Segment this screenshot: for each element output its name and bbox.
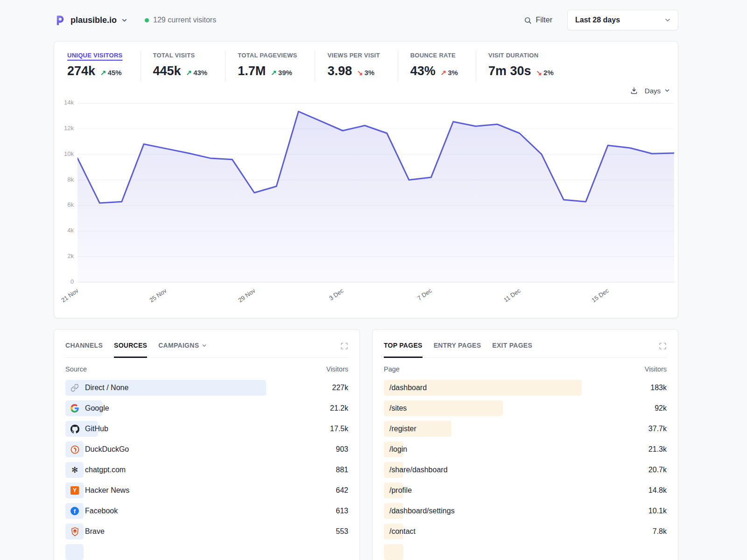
sources-list: Direct / None 227k Google 21.2k GitHub 1…: [65, 378, 348, 560]
stat-total-visits[interactable]: TOTAL VISITS 445k ↗43%: [141, 51, 226, 81]
stat-change: ↗39%: [271, 69, 292, 77]
current-visitors[interactable]: 129 current visitors: [145, 16, 216, 24]
expand-icon[interactable]: [659, 342, 667, 350]
chevron-down-icon: [121, 17, 128, 24]
site-name[interactable]: plausible.io: [70, 15, 117, 25]
trend-down-icon: ↘: [536, 69, 543, 77]
column-page: Page: [384, 365, 400, 373]
search-icon: [524, 16, 532, 24]
pages-list: /dashboard 183k /sites 92k /register 37.…: [384, 378, 667, 560]
pages-column-headers: Page Visitors: [384, 365, 667, 373]
plausible-logo-icon: [54, 14, 66, 27]
filter-label: Filter: [536, 16, 552, 24]
top-header: plausible.io 129 current visitors Filter…: [54, 0, 678, 40]
tab-entry-pages[interactable]: ENTRY PAGES: [434, 342, 481, 350]
source-row-facebook[interactable]: f Facebook 613: [65, 501, 348, 521]
x-axis-tick: 21 Nov: [45, 287, 79, 314]
expand-icon[interactable]: [340, 342, 348, 350]
page-row-share-dashboard[interactable]: /share/dashboard 20.7k: [384, 460, 667, 480]
duckduckgo-icon: [70, 445, 79, 454]
trend-down-icon: ↘: [357, 69, 363, 77]
x-axis-tick: 3 Dec: [310, 287, 345, 314]
page-row-dashboard-settings[interactable]: /dashboard/settings 10.1k: [384, 501, 667, 521]
sources-tabs: CHANNELS SOURCES CAMPAIGNS: [65, 329, 348, 358]
live-dot-icon: [145, 18, 149, 22]
overview-card: UNIQUE VISITORS 274k ↗45% TOTAL VISITS 4…: [54, 41, 678, 318]
stat-change: ↘2%: [536, 69, 554, 77]
column-source: Source: [65, 365, 87, 373]
x-axis-tick: 29 Nov: [222, 287, 256, 314]
link-icon: [70, 383, 79, 392]
source-row-chatgpt[interactable]: ✻ chatgpt.com 881: [65, 460, 348, 480]
source-row-google[interactable]: Google 21.2k: [65, 398, 348, 419]
trend-up-icon: ↗: [100, 69, 106, 77]
y-axis-tick: 8k: [54, 176, 74, 183]
google-icon: [70, 404, 79, 413]
brave-icon: [70, 527, 79, 536]
date-range-dropdown[interactable]: Last 28 days: [567, 10, 678, 30]
trend-up-icon: ↗: [186, 69, 192, 77]
site-switcher[interactable]: plausible.io: [54, 14, 128, 27]
y-axis-tick: 6k: [54, 201, 74, 208]
y-axis-tick: 0: [54, 278, 74, 285]
filter-button[interactable]: Filter: [524, 16, 552, 24]
stat-change: ↗45%: [100, 69, 122, 77]
page-row-sites[interactable]: /sites 92k: [384, 398, 667, 419]
chevron-down-icon: [201, 343, 207, 349]
y-axis-tick: 10k: [54, 150, 74, 157]
page-row-profile[interactable]: /profile 14.8k: [384, 480, 667, 501]
chevron-down-icon: [664, 16, 671, 24]
tab-exit-pages[interactable]: EXIT PAGES: [492, 342, 532, 350]
page-row-dashboard[interactable]: /dashboard 183k: [384, 378, 667, 398]
stat-total-pageviews[interactable]: TOTAL PAGEVIEWS 1.7M ↗39%: [225, 51, 315, 81]
source-row-hackernews[interactable]: Y Hacker News 642: [65, 480, 348, 501]
source-row-github[interactable]: GitHub 17.5k: [65, 419, 348, 439]
visitors-chart[interactable]: [78, 103, 674, 282]
current-visitors-label: 129 current visitors: [153, 16, 216, 24]
y-axis-tick: 4k: [54, 227, 74, 234]
page-row-contact[interactable]: /contact 7.8k: [384, 521, 667, 542]
stat-unique-visitors[interactable]: UNIQUE VISITORS 274k ↗45%: [67, 51, 141, 81]
stat-change: ↘3%: [357, 69, 374, 77]
source-row-partial: [65, 542, 348, 560]
y-axis-tick: 14k: [54, 99, 74, 106]
tab-campaigns[interactable]: CAMPAIGNS: [158, 342, 207, 350]
source-row-direct[interactable]: Direct / None 227k: [65, 378, 348, 398]
stat-visit-duration[interactable]: VISIT DURATION 7m 30s ↘2%: [476, 51, 571, 81]
stat-bounce-rate[interactable]: BOUNCE RATE 43% ↗3%: [398, 51, 476, 81]
page-row-partial: [384, 542, 667, 560]
column-visitors: Visitors: [645, 365, 667, 373]
stat-change: ↗43%: [186, 69, 208, 77]
date-range-value: Last 28 days: [575, 16, 620, 24]
trend-up-icon: ↗: [271, 69, 277, 77]
tab-top-pages[interactable]: TOP PAGES: [384, 342, 423, 350]
x-axis-tick: 7 Dec: [399, 287, 433, 314]
pages-panel: TOP PAGES ENTRY PAGES EXIT PAGES Page Vi…: [372, 329, 678, 560]
tab-sources[interactable]: SOURCES: [114, 342, 147, 350]
github-icon: [70, 424, 79, 434]
page-row-register[interactable]: /register 37.7k: [384, 419, 667, 439]
interval-label: Days: [645, 87, 661, 95]
x-axis-tick: 25 Nov: [134, 287, 168, 314]
chevron-down-icon: [664, 87, 670, 94]
trend-up-icon: ↗: [441, 69, 447, 77]
source-row-duckduckgo[interactable]: DuckDuckGo 903: [65, 439, 348, 460]
interval-dropdown[interactable]: Days: [645, 87, 670, 95]
pages-tabs: TOP PAGES ENTRY PAGES EXIT PAGES: [384, 329, 667, 358]
x-axis-tick: 11 Dec: [487, 287, 521, 314]
column-visitors: Visitors: [326, 365, 348, 373]
facebook-icon: f: [70, 506, 79, 516]
chatgpt-icon: ✻: [70, 465, 79, 475]
source-row-brave[interactable]: Brave 553: [65, 521, 348, 542]
stats-row: UNIQUE VISITORS 274k ↗45% TOTAL VISITS 4…: [54, 42, 678, 81]
download-icon[interactable]: [630, 86, 638, 95]
tab-channels[interactable]: CHANNELS: [65, 342, 103, 350]
y-axis-tick: 12k: [54, 125, 74, 132]
stat-views-per-visit[interactable]: VIEWS PER VISIT 3.98 ↘3%: [315, 51, 397, 81]
sources-panel: CHANNELS SOURCES CAMPAIGNS Source Visito…: [54, 329, 360, 560]
page-row-login[interactable]: /login 21.3k: [384, 439, 667, 460]
x-axis-tick: 15 Dec: [575, 287, 610, 314]
chart-controls: Days: [630, 86, 670, 95]
hackernews-icon: Y: [70, 486, 79, 495]
y-axis-tick: 2k: [54, 252, 74, 259]
